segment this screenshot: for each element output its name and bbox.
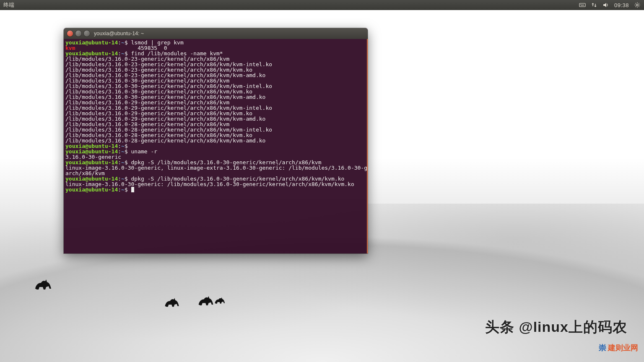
svg-point-5 bbox=[636, 4, 638, 6]
maximize-button[interactable] bbox=[84, 31, 90, 36]
watermark-site: 崇 建则业网 bbox=[599, 343, 638, 353]
svg-line-13 bbox=[639, 3, 639, 3]
wallpaper-horse-icon bbox=[164, 295, 181, 308]
desktop-wallpaper: youxia@ubuntu-14: ~ youxia@ubuntu-14:~$ … bbox=[0, 10, 644, 362]
keyboard-indicator-icon[interactable] bbox=[579, 2, 586, 8]
active-app-label[interactable]: 终端 bbox=[3, 1, 14, 9]
terminal-window: youxia@ubuntu-14: ~ youxia@ubuntu-14:~$ … bbox=[64, 28, 368, 253]
svg-rect-2 bbox=[582, 4, 582, 5]
network-updown-icon[interactable] bbox=[591, 2, 597, 8]
top-panel: 终端 09:38 bbox=[0, 0, 644, 10]
watermark-text: 头条 @linux上的码农 bbox=[485, 318, 627, 337]
watermark-badge-icon: 崇 bbox=[599, 343, 606, 353]
system-gear-icon[interactable] bbox=[634, 2, 641, 8]
wallpaper-horse-icon bbox=[197, 293, 216, 307]
wallpaper-horse-icon bbox=[214, 295, 226, 305]
svg-rect-3 bbox=[583, 4, 584, 5]
window-title: youxia@ubuntu-14: ~ bbox=[94, 31, 144, 36]
clock[interactable]: 09:38 bbox=[614, 2, 629, 8]
wallpaper-horse-icon bbox=[34, 276, 54, 291]
svg-rect-4 bbox=[581, 5, 584, 6]
svg-line-11 bbox=[639, 6, 639, 7]
close-button[interactable] bbox=[67, 31, 73, 36]
svg-line-10 bbox=[635, 3, 636, 3]
minimize-button[interactable] bbox=[75, 31, 81, 36]
svg-line-12 bbox=[635, 6, 636, 7]
volume-icon[interactable] bbox=[602, 2, 609, 8]
svg-rect-1 bbox=[580, 4, 581, 5]
watermark-site-text: 建则业网 bbox=[608, 343, 638, 353]
window-titlebar[interactable]: youxia@ubuntu-14: ~ bbox=[64, 28, 368, 39]
svg-rect-0 bbox=[579, 3, 585, 7]
terminal-body[interactable]: youxia@ubuntu-14:~$ lsmod | grep kvmkvm … bbox=[64, 39, 368, 253]
